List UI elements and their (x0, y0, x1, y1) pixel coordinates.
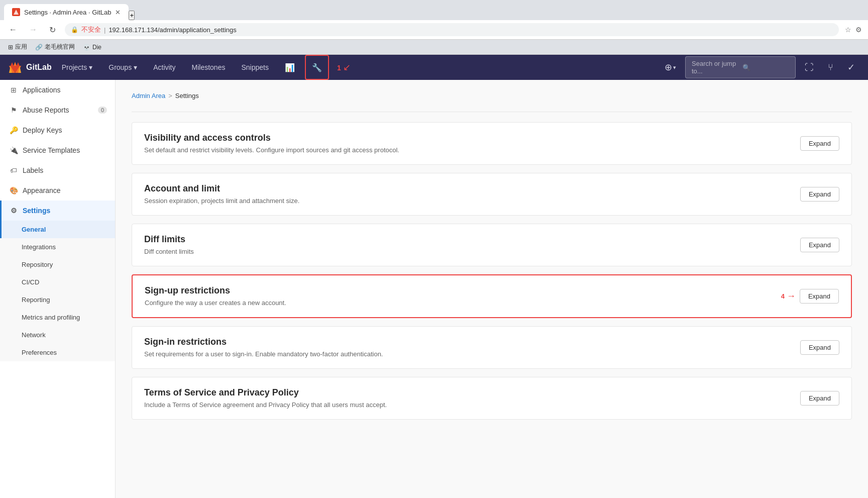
service-templates-icon: 🔌 (10, 146, 18, 154)
nav-snippets[interactable]: Snippets (235, 55, 274, 80)
section-header-tos: Terms of Service and Privacy Policy Incl… (132, 377, 851, 419)
forward-button[interactable]: → (26, 24, 40, 35)
url-separator: | (104, 26, 105, 34)
expand-btn-diff[interactable]: Expand (800, 238, 839, 252)
gitlab-logo-text: GitLab (26, 63, 52, 72)
bookmark-die-label: Die (92, 44, 101, 51)
expand-btn-account[interactable]: Expand (800, 187, 839, 202)
new-tab-button[interactable]: + (129, 11, 135, 20)
expand-btn-visibility[interactable]: Expand (800, 136, 839, 151)
active-browser-tab[interactable]: Settings · Admin Area · GitLab ✕ (4, 4, 129, 20)
settings-section-visibility: Visibility and access controls Set defau… (132, 122, 852, 165)
section-desc-diff: Diff content limits (144, 248, 800, 255)
nav-admin-wrench[interactable]: 🔧 (305, 55, 329, 80)
sidebar-subitem-preferences[interactable]: Preferences (0, 344, 115, 361)
nav-activity-label: Activity (153, 63, 175, 71)
plus-dropdown-icon: ▾ (673, 64, 676, 71)
nav-merge-request-button[interactable]: ⑂ (823, 55, 838, 80)
url-prefix: 不安全 (81, 25, 101, 34)
chart-icon: 📊 (285, 63, 295, 72)
gitlab-logo[interactable]: GitLab (8, 60, 52, 74)
nav-projects[interactable]: Projects ▾ (56, 55, 99, 80)
expand-btn-tos[interactable]: Expand (800, 391, 839, 406)
nav-milestones[interactable]: Milestones (186, 55, 232, 80)
sidebar-settings-label: Settings (23, 207, 50, 215)
section-desc-signup: Configure the way a user creates a new a… (145, 299, 781, 307)
plus-icon: ⊕ (665, 62, 672, 73)
browser-address-bar: ← → ↻ 🔒 不安全 | 192.168.171.134/admin/appl… (0, 20, 868, 40)
back-button[interactable]: ← (6, 24, 20, 35)
sidebar-subitem-general[interactable]: General ← 3 (0, 221, 115, 238)
sidebar-item-deploy-keys[interactable]: 🔑 Deploy Keys (0, 120, 115, 140)
breadcrumb-current: Settings (175, 92, 199, 99)
section-info-visibility: Visibility and access controls Set defau… (144, 133, 800, 154)
section-title-visibility: Visibility and access controls (144, 133, 800, 143)
sidebar-item-abuse-reports[interactable]: ⚑ Abuse Reports 0 (0, 100, 115, 120)
sidebar-submenu: General ← 3 Integrations Repository CI/C… (0, 221, 115, 361)
sidebar-network-label: Network (22, 331, 46, 339)
expand-btn-signin[interactable]: Expand (800, 340, 839, 355)
section-info-signin: Sign-in restrictions Set requirements fo… (144, 337, 800, 358)
nav-milestones-label: Milestones (192, 63, 226, 71)
section-header-account: Account and limit Session expiration, pr… (132, 173, 851, 215)
sidebar-item-appearance[interactable]: 🎨 Appearance (0, 180, 115, 201)
nav-fullscreen-button[interactable]: ⛶ (800, 55, 819, 80)
bookmark-apps[interactable]: ⊞ 应用 (6, 42, 29, 52)
merge-request-icon: ⑂ (828, 62, 833, 73)
refresh-button[interactable]: ↻ (46, 24, 59, 36)
sidebar-item-labels[interactable]: 🏷 Labels (0, 160, 115, 180)
sidebar-subitem-metrics[interactable]: Metrics and profiling (0, 309, 115, 326)
nav-groups[interactable]: Groups ▾ (102, 55, 143, 80)
labels-icon: 🏷 (10, 166, 18, 174)
section-info-account: Account and limit Session expiration, pr… (144, 183, 800, 205)
tab-favicon (12, 8, 20, 16)
nav-activity[interactable]: Activity (147, 55, 181, 80)
settings-section-diff: Diff limits Diff content limits Expand (132, 224, 852, 266)
sidebar-subitem-cicd[interactable]: CI/CD (0, 273, 115, 291)
expand-btn-signup[interactable]: Expand (800, 289, 839, 304)
address-bar[interactable]: 🔒 不安全 | 192.168.171.134/admin/applicatio… (65, 23, 839, 36)
sidebar-applications-label: Applications (23, 86, 61, 94)
tab-title: Settings · Admin Area · GitLab (24, 9, 111, 16)
settings-section-signin: Sign-in restrictions Set requirements fo… (132, 326, 852, 369)
sidebar-labels-label: Labels (23, 166, 43, 174)
sidebar-item-applications[interactable]: ⊞ Applications (0, 80, 115, 100)
sidebar-item-settings[interactable]: ⚙ Settings ← 2 (0, 201, 115, 221)
breadcrumb-admin-link[interactable]: Admin Area (132, 92, 165, 99)
link-icon: 🔗 (35, 44, 43, 51)
section-desc-visibility: Set default and restrict visibility leve… (144, 146, 800, 154)
annotation-4-container: 4 → Expand (781, 289, 839, 304)
browser-chrome: Settings · Admin Area · GitLab ✕ + ← → ↻… (0, 0, 868, 55)
sidebar-subitem-reporting[interactable]: Reporting (0, 291, 115, 309)
nav-plus-button[interactable]: ⊕ ▾ (660, 55, 681, 80)
nav-chart-icon[interactable]: 📊 (279, 55, 301, 80)
sidebar-item-service-templates[interactable]: 🔌 Service Templates (0, 140, 115, 160)
search-placeholder: Search or jump to... (692, 60, 738, 75)
breadcrumb-separator: > (168, 92, 172, 99)
url-text: 192.168.171.134/admin/application_settin… (108, 26, 236, 34)
sidebar-repository-label: Repository (22, 261, 53, 268)
bookmark-star-icon[interactable]: ☆ (845, 26, 851, 34)
annotation-1-label: 1 (337, 64, 341, 72)
section-info-diff: Diff limits Diff content limits (144, 234, 800, 255)
bookmark-die[interactable]: 💀 Die (81, 43, 103, 52)
settings-icon: ⚙ (10, 207, 18, 215)
bookmark-site1[interactable]: 🔗 老毛桃官网 (33, 42, 77, 52)
close-tab-button[interactable]: ✕ (115, 9, 121, 16)
extension-icon[interactable]: ⚙ (855, 26, 862, 34)
nav-todo-button[interactable]: ✓ (842, 55, 860, 80)
section-title-signin: Sign-in restrictions (144, 337, 800, 347)
settings-section-signup: Sign-up restrictions Configure the way a… (132, 274, 852, 318)
nav-snippets-label: Snippets (241, 63, 268, 71)
nav-search-bar[interactable]: Search or jump to... 🔍 (685, 56, 796, 78)
nav-groups-label: Groups (108, 63, 132, 71)
applications-icon: ⊞ (10, 86, 18, 94)
section-desc-signin: Set requirements for a user to sign-in. … (144, 350, 800, 358)
sidebar-subitem-integrations[interactable]: Integrations (0, 238, 115, 256)
sidebar-subitem-network[interactable]: Network (0, 326, 115, 344)
sidebar-subitem-repository[interactable]: Repository (0, 256, 115, 273)
sidebar-metrics-label: Metrics and profiling (22, 314, 80, 321)
bookmark-apps-label: 应用 (15, 43, 27, 51)
section-desc-tos: Include a Terms of Service agreement and… (144, 401, 800, 409)
sidebar-cicd-label: CI/CD (22, 278, 39, 286)
